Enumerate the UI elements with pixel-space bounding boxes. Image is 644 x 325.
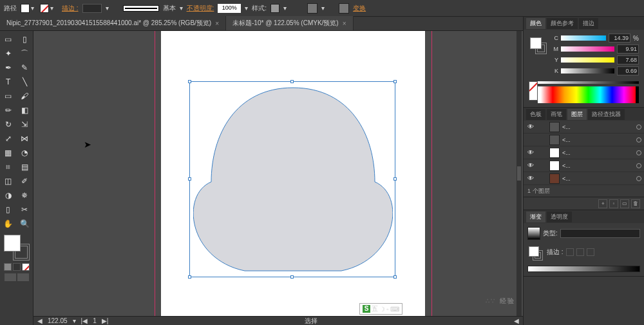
layer-name[interactable]: <... (562, 124, 634, 130)
tab-brushes[interactable]: 画笔 (547, 109, 566, 120)
gradient-swatch[interactable] (527, 227, 540, 240)
curvature-tool[interactable]: ✎ (17, 61, 33, 75)
layer-row[interactable]: 👁<... (524, 159, 644, 172)
close-icon[interactable]: × (343, 20, 346, 27)
slider-y[interactable] (561, 57, 614, 63)
tab-pathfinder[interactable]: 路径查找器 (588, 109, 625, 120)
close-icon[interactable]: × (215, 20, 219, 27)
layer-name[interactable]: <... (562, 162, 634, 169)
bounding-box[interactable] (189, 81, 395, 277)
chevron-down-icon[interactable]: ▾ (321, 5, 325, 12)
magic-wand-tool[interactable]: ✦ (0, 46, 17, 61)
opacity-input[interactable]: 100% (218, 4, 241, 13)
chevron-down-icon[interactable]: ▾ (106, 5, 109, 12)
scrollbar-thumb[interactable] (517, 166, 521, 181)
ime-indicator[interactable]: S 五 ☽ ◦ ⌨ (359, 303, 402, 315)
locate-icon[interactable]: ⌖ (598, 199, 607, 208)
reflect-tool[interactable]: ⇲ (17, 117, 33, 132)
layer-row[interactable]: <... (524, 133, 644, 146)
new-sublayer-icon[interactable]: ▫ (609, 199, 618, 208)
tab-color[interactable]: 颜色 (526, 18, 545, 29)
shape-builder-tool[interactable]: ◔ (17, 146, 33, 160)
stroke-align-2-icon[interactable] (576, 248, 584, 256)
handle-s[interactable] (290, 275, 294, 279)
target-icon[interactable] (636, 150, 641, 155)
tab-stroke[interactable]: 描边 (579, 18, 598, 29)
vertical-scrollbar[interactable] (516, 31, 522, 316)
panel-fill-swatch[interactable] (530, 37, 542, 49)
style-swatch[interactable] (270, 4, 279, 13)
handle-e[interactable] (393, 177, 397, 181)
artboard-nav-next-icon[interactable]: ▶| (102, 317, 109, 324)
align-icon[interactable] (307, 3, 317, 14)
gradient-tool[interactable]: ◫ (0, 174, 17, 188)
width-tool[interactable]: ⋈ (17, 132, 33, 146)
eyedropper-tool[interactable]: ✐ (17, 174, 33, 188)
artboard-nav-prev-icon[interactable]: |◀ (81, 317, 88, 324)
lasso-tool[interactable]: ⌒ (17, 46, 33, 61)
stroke-align-1-icon[interactable] (566, 248, 574, 256)
layer-row[interactable]: 👁<... (524, 172, 644, 185)
tab-color-guide[interactable]: 颜色参考 (547, 18, 578, 29)
fill-stroke-control[interactable] (3, 233, 31, 262)
none-swatch[interactable] (529, 81, 538, 101)
direct-selection-tool[interactable]: ▯ (17, 32, 33, 46)
target-icon[interactable] (636, 137, 641, 143)
handle-sw[interactable] (188, 275, 191, 279)
line-tool[interactable]: ╲ (17, 75, 33, 89)
layer-row[interactable]: 👁<... (524, 121, 644, 133)
tab-transparency[interactable]: 透明度 (547, 212, 572, 222)
target-icon[interactable] (636, 163, 641, 168)
gradient-type-dropdown[interactable] (560, 229, 640, 238)
chevron-down-icon[interactable]: ▾ (50, 5, 58, 12)
symbol-sprayer-tool[interactable]: ✵ (17, 188, 33, 202)
eraser-tool[interactable]: ◧ (17, 103, 33, 117)
layer-name[interactable]: <... (562, 175, 634, 182)
zoom-tool[interactable]: 🔍 (17, 217, 33, 231)
tab-document-1[interactable]: Nipic_27737901_201903041515588441000.ai*… (0, 16, 226, 30)
layer-row[interactable]: 👁<... (524, 146, 644, 159)
handle-nw[interactable] (188, 80, 191, 83)
grayscale-ramp[interactable] (538, 81, 639, 84)
handle-n[interactable] (290, 80, 294, 83)
chevron-down-icon[interactable]: ▾ (180, 5, 183, 12)
stroke-link[interactable]: 描边 : (62, 4, 79, 13)
color-mode-icon[interactable] (4, 263, 12, 271)
artboard-number[interactable]: 1 (93, 317, 97, 324)
handle-w[interactable] (188, 177, 191, 181)
nav-icon[interactable]: ◀ (37, 317, 43, 324)
value-y[interactable]: 7.68 (617, 55, 639, 64)
visibility-icon[interactable]: 👁 (526, 123, 535, 132)
layer-name[interactable]: <... (562, 137, 634, 143)
chevron-down-icon[interactable]: ▾ (245, 5, 248, 12)
brush-definition[interactable] (123, 5, 159, 12)
visibility-icon[interactable]: 👁 (526, 174, 535, 183)
visibility-icon[interactable] (526, 135, 535, 144)
rectangle-tool[interactable]: ▭ (0, 89, 17, 103)
chevron-down-icon[interactable]: ▾ (73, 317, 76, 324)
free-transform-tool[interactable]: ▦ (0, 146, 17, 160)
stroke-weight-input[interactable] (82, 4, 102, 13)
gradient-mode-icon[interactable] (13, 263, 21, 271)
perspective-tool[interactable]: ⌗ (0, 160, 17, 174)
type-tool[interactable]: T (0, 75, 17, 89)
slider-m[interactable] (561, 46, 614, 52)
tab-gradient[interactable]: 渐变 (526, 212, 545, 222)
value-m[interactable]: 9.91 (617, 44, 639, 54)
scale-tool[interactable]: ⤢ (0, 132, 17, 146)
stroke-align-3-icon[interactable] (587, 248, 594, 256)
none-mode-icon[interactable] (22, 263, 30, 271)
canvas-area[interactable]: ➤ (33, 31, 523, 316)
transform-icon[interactable] (339, 3, 349, 14)
scroll-left-icon[interactable]: ◀ (514, 317, 519, 324)
mesh-tool[interactable]: ▤ (17, 160, 33, 174)
fill-swatch[interactable] (21, 4, 30, 13)
hand-tool[interactable]: ✋ (0, 217, 17, 231)
visibility-icon[interactable]: 👁 (526, 161, 535, 170)
artboard-tool[interactable]: ▯ (0, 202, 17, 217)
screen-mode-icon[interactable] (5, 273, 16, 281)
zoom-readout[interactable]: 122.05 (48, 317, 68, 324)
target-icon[interactable] (636, 124, 641, 130)
pencil-tool[interactable]: ✏ (0, 103, 17, 117)
rotate-tool[interactable]: ↻ (0, 117, 17, 132)
